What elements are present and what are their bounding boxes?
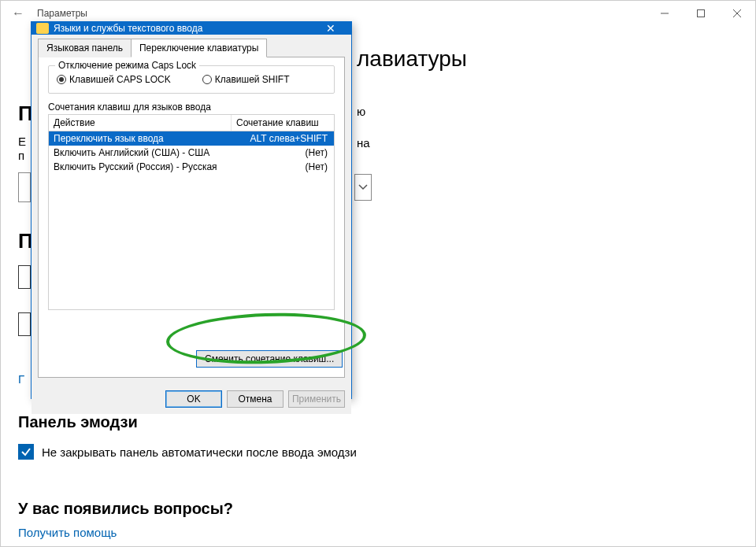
close-button[interactable]: [719, 1, 755, 26]
list-row[interactable]: Включить Английский (США) - США (Нет): [49, 146, 334, 160]
list-row[interactable]: Переключить язык ввода ALT слева+SHIFT: [49, 131, 334, 146]
dialog-titlebar: Языки и службы текстового ввода ✕: [32, 22, 351, 35]
text-services-dialog: Языки и службы текстового ввода ✕ Языков…: [31, 21, 352, 399]
link-stub[interactable]: Г: [18, 372, 24, 386]
minimize-button[interactable]: [647, 1, 683, 26]
row-shortcut: ALT слева+SHIFT: [232, 133, 329, 144]
ok-button[interactable]: OK: [165, 390, 222, 408]
tab-switch-keyboard[interactable]: Переключение клавиатуры: [131, 39, 267, 57]
radio-capslock-key[interactable]: Клавишей CAPS LOCK: [57, 74, 171, 85]
row-shortcut: (Нет): [232, 161, 329, 172]
page-heading-fragment: лавиатуры: [357, 46, 467, 72]
emoji-panel-section: Панель эмодзи Не закрывать панель автома…: [18, 413, 357, 460]
control-stub: [18, 172, 31, 202]
dropdown-chevron-fragment[interactable]: [354, 174, 372, 201]
checkbox-checked-icon: [18, 444, 34, 460]
questions-heading: У вас появились вопросы?: [18, 500, 233, 518]
list-row[interactable]: Включить Русский (Россия) - Русская (Нет…: [49, 160, 334, 174]
radio-label: Клавишей SHIFT: [215, 74, 290, 85]
svg-rect-1: [698, 10, 705, 17]
row-action: Переключить язык ввода: [54, 133, 232, 144]
tab-panel: Отключение режима Caps Lock Клавишей CAP…: [38, 57, 345, 378]
dialog-button-row: OK Отмена Применить: [32, 384, 351, 414]
maximize-button[interactable]: [683, 1, 719, 26]
row-shortcut: (Нет): [232, 147, 329, 158]
radio-shift-key[interactable]: Клавишей SHIFT: [202, 74, 290, 85]
radio-dot-icon: [202, 75, 212, 84]
emoji-autoclose-checkbox[interactable]: Не закрывать панель автоматически после …: [18, 444, 357, 460]
shortcut-list-label: Сочетания клавиш для языков ввода: [48, 102, 335, 113]
back-arrow-icon[interactable]: ←: [12, 6, 24, 20]
dialog-close-button[interactable]: ✕: [315, 22, 346, 35]
radio-dot-icon: [57, 75, 66, 84]
text-fragment: ю: [357, 105, 365, 118]
text-stub: п: [18, 149, 24, 162]
tab-language-bar[interactable]: Языковая панель: [38, 39, 132, 57]
window-title: Параметры: [37, 8, 647, 19]
checkbox-label: Не закрывать панель автоматически после …: [42, 445, 357, 459]
capslock-groupbox: Отключение режима Caps Lock Клавишей CAP…: [48, 65, 335, 94]
change-shortcut-button[interactable]: Сменить сочетание клавиш...: [196, 350, 343, 368]
list-header: Действие Сочетание клавиш: [48, 114, 335, 131]
emoji-heading: Панель эмодзи: [18, 413, 357, 431]
text-fragment: на: [357, 136, 370, 150]
apply-button[interactable]: Применить: [288, 390, 345, 408]
cancel-button[interactable]: Отмена: [227, 390, 284, 408]
shortcut-listbox[interactable]: Переключить язык ввода ALT слева+SHIFT В…: [48, 131, 335, 310]
radio-label: Клавишей CAPS LOCK: [69, 74, 171, 85]
text-stub: Е: [18, 135, 26, 148]
control-stub: [18, 265, 31, 289]
groupbox-legend: Отключение режима Caps Lock: [55, 60, 199, 71]
keyboard-icon: [36, 23, 49, 34]
row-action: Включить Русский (Россия) - Русская: [54, 161, 232, 172]
col-action-header[interactable]: Действие: [49, 115, 232, 131]
dialog-title: Языки и службы текстового ввода: [54, 23, 202, 34]
get-help-link[interactable]: Получить помощь: [18, 526, 233, 539]
row-action: Включить Английский (США) - США: [54, 147, 232, 158]
questions-section: У вас появились вопросы? Получить помощь: [18, 500, 233, 539]
tab-strip: Языковая панель Переключение клавиатуры: [38, 39, 345, 57]
control-stub: [18, 312, 31, 336]
col-shortcut-header[interactable]: Сочетание клавиш: [232, 115, 334, 131]
